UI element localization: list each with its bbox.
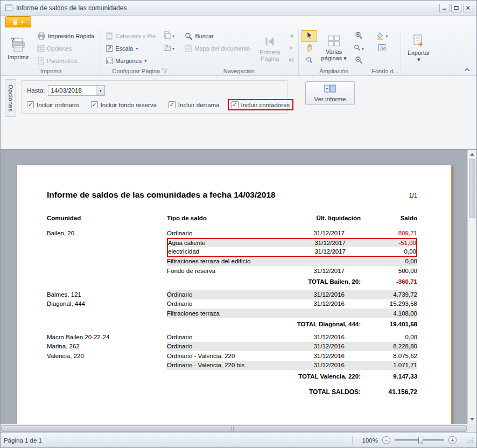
- hand-icon: [305, 44, 313, 53]
- cell-saldo: 8.228,80: [361, 342, 417, 352]
- zoom-out-button[interactable]: [350, 55, 367, 67]
- chevron-down-icon: ▾: [385, 34, 388, 39]
- fill-color-icon: [376, 31, 384, 41]
- hasta-date-input[interactable]: [48, 86, 96, 95]
- close-button[interactable]: [463, 4, 473, 12]
- checkbox-ordinario[interactable]: ✓Incluir ordinario: [27, 101, 79, 108]
- checkbox-box[interactable]: ✓: [91, 101, 98, 108]
- report-row: Balmes, 121Ordinario31/12/20164.739,72: [47, 290, 417, 299]
- report-row: Marina, 262Ordinario31/12/20168.228,80: [47, 342, 417, 352]
- opciones-button: Opciones: [34, 43, 97, 54]
- maximize-button[interactable]: [451, 4, 461, 12]
- previous-page-icon: [286, 30, 296, 41]
- chevron-down-icon: ▾: [136, 46, 138, 51]
- cell-empty: [47, 320, 167, 330]
- watermark-icon: A: [378, 44, 386, 53]
- multiple-pages-icon: [327, 34, 340, 47]
- primera-pagina-button: Primera Página: [255, 30, 285, 67]
- report-title: Informe de saldos de las comunidades a f…: [47, 190, 409, 200]
- scroll-up-icon[interactable]: [468, 150, 476, 159]
- column-ult-liquidacion: Últ. liquidación: [299, 215, 361, 221]
- cell-comunidad: [47, 361, 167, 370]
- chevron-down-icon: ▾: [172, 46, 174, 51]
- cell-comunidad: [47, 266, 167, 276]
- zoom-in-button[interactable]: [350, 30, 367, 42]
- report-total-row: TOTAL Diagonal, 444:19.401,58: [47, 320, 417, 330]
- row-band: Ordinario31/12/20160,00: [167, 332, 417, 342]
- buscar-button[interactable]: Buscar: [181, 30, 253, 42]
- hand-tool-button[interactable]: [301, 43, 317, 54]
- minimize-button[interactable]: [439, 4, 450, 12]
- scroll-down-icon[interactable]: [468, 415, 476, 424]
- report-page[interactable]: Informe de saldos de las comunidades a f…: [17, 165, 452, 432]
- quick-print-icon: [37, 32, 46, 40]
- cell-saldo: 0,00: [362, 247, 416, 256]
- report-row: Filtraciones terraza del edificio0,00: [47, 257, 417, 267]
- cell-empty: [47, 277, 167, 287]
- vertical-scroll-thumb[interactable]: [469, 159, 475, 218]
- cell-tipo-saldo: Agua caliente: [168, 239, 300, 248]
- parametros-button: ? Parámetros: [34, 55, 97, 67]
- cell-ult-liquidacion: 31/12/2017: [299, 228, 361, 238]
- ver-informe-button[interactable]: Ver informe: [305, 81, 355, 105]
- checkbox-derrama[interactable]: ✓Incluir derrama: [169, 101, 220, 108]
- options-panel: Opciones Hasta: ▾ ✓Incluir ordinario✓Inc…: [1, 76, 476, 149]
- options-tab[interactable]: Opciones: [5, 79, 16, 117]
- checkbox-box[interactable]: ✓: [27, 101, 34, 108]
- zoom-in-button-statusbar[interactable]: +: [448, 436, 457, 444]
- cell-comunidad: Balmes, 121: [47, 290, 167, 299]
- cell-saldo: 4.739,72: [361, 290, 417, 299]
- report-total-row: TOTAL Bailen, 20:-360,71: [47, 277, 417, 287]
- watermark-button[interactable]: A: [371, 43, 392, 54]
- cell-comunidad: [47, 247, 167, 257]
- vertical-scrollbar[interactable]: [467, 150, 476, 424]
- ribbon-group-configurar-pagina: Cabecera y Pie Escala ▾: [100, 29, 179, 75]
- report-row: Valencia, 220Ordinario - Valencia, 22031…: [47, 351, 417, 361]
- page-color-button[interactable]: ▾: [371, 30, 392, 42]
- total-saldo: 19.401,58: [361, 320, 417, 330]
- margins-icon: [106, 57, 113, 65]
- checkbox-box[interactable]: ✓: [232, 101, 238, 108]
- titlebar: Informe de saldos de las comunidades: [1, 1, 476, 16]
- paper-size-button[interactable]: ▾: [160, 30, 177, 42]
- dialog-launcher-icon[interactable]: [162, 68, 167, 74]
- date-dropdown-button[interactable]: ▾: [96, 86, 104, 95]
- zoom-level-button[interactable]: ▾: [350, 43, 367, 54]
- cell-comunidad: [47, 238, 167, 248]
- cell-tipo-saldo: Ordinario: [167, 299, 299, 309]
- zoom-tool-button[interactable]: [301, 55, 317, 67]
- pointer-tool-button[interactable]: [301, 30, 317, 42]
- varias-paginas-button[interactable]: Varias páginas ▾: [319, 30, 349, 67]
- resize-grip[interactable]: [466, 437, 473, 444]
- zoom-slider-thumb[interactable]: [418, 437, 423, 444]
- parameters-icon: ?: [37, 57, 45, 65]
- horizontal-scrollbar[interactable]: [1, 424, 467, 432]
- ribbon-collapse-button[interactable]: [461, 65, 472, 74]
- checkbox-label: Incluir derrama: [178, 102, 220, 108]
- exportar-button[interactable]: Exportar▾: [403, 30, 434, 67]
- zoom-out-button-statusbar[interactable]: −: [382, 436, 390, 444]
- orientation-button[interactable]: ▾: [160, 43, 177, 54]
- zoom-slider[interactable]: [395, 436, 444, 444]
- cell-saldo: -809,71: [361, 228, 417, 238]
- report-rows: Bailen, 20Ordinario31/12/2017-809,71Agua…: [47, 228, 417, 397]
- horizontal-scroll-thumb[interactable]: [1, 425, 467, 432]
- checkbox-fondo-reserva[interactable]: ✓Incluir fondo reserva: [91, 101, 157, 108]
- impresion-rapida-button[interactable]: Impresión Rápida: [34, 30, 97, 42]
- cell-tipo-saldo: Ordinario - Valencia, 220 bis: [167, 361, 299, 370]
- cell-saldo: 0,00: [361, 257, 417, 267]
- report-row: Diagonal, 444Ordinario31/12/201615.293,5…: [47, 299, 417, 309]
- row-band: Ordinario - Valencia, 220 bis31/12/20161…: [167, 361, 417, 370]
- ribbon: ▾ ? Imprimir: [1, 16, 476, 76]
- checkbox-box[interactable]: ✓: [169, 101, 176, 108]
- imprimir-button[interactable]: ? Imprimir: [4, 30, 32, 67]
- escala-button[interactable]: Escala ▾: [102, 43, 159, 54]
- row-band: Ordinario31/12/201615.293,58: [167, 299, 417, 309]
- chevron-down-icon: ▾: [362, 46, 364, 51]
- app-menu-button[interactable]: ▾: [5, 16, 31, 27]
- checkbox-contadores[interactable]: ✓Incluir contadores: [228, 99, 294, 110]
- search-icon: [185, 32, 193, 40]
- window-controls: [439, 4, 473, 12]
- report-book-icon: [324, 85, 336, 94]
- margenes-button[interactable]: Márgenes ▾: [102, 55, 159, 67]
